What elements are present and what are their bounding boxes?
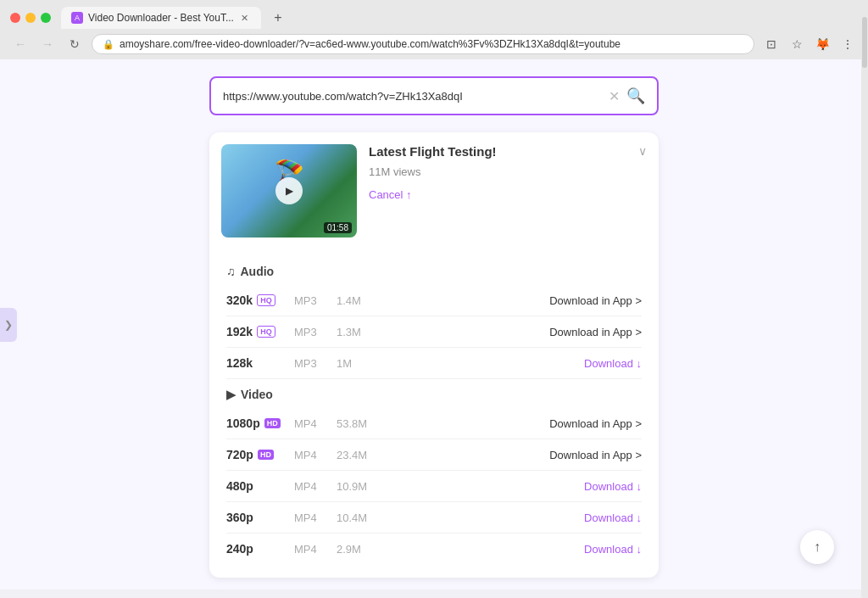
sidebar-collapse-button[interactable]: ❯ [0,308,17,342]
search-box: ✕ 🔍 [209,76,659,115]
audio-row-1: 320k HQ MP3 1.4M Download in App > [226,285,642,316]
tab-favicon: A [71,12,83,24]
audio-row-2: 192k HQ MP3 1.3M Download in App > [226,316,642,348]
scrollbar[interactable] [861,0,868,598]
download-app-button-2[interactable]: Download in App > [549,326,642,338]
video-section-header: ▶ Video [226,388,642,401]
tab-title: Video Downloader - Best YouT... [88,12,234,24]
hd-badge-2: HD [258,450,274,461]
download-app-button-3[interactable]: Download in App > [549,417,642,430]
download-app-button-1[interactable]: Download in App > [549,294,642,307]
audio-section-header: ♫ Audio [226,265,642,278]
download-direct-button-1[interactable]: Download ↓ [584,357,642,370]
quality-1080p: 1080p HD [226,416,294,430]
hq-badge: HQ [257,294,275,307]
video-thumbnail: 🪂 ▶ 01:58 [221,144,357,238]
collapse-button[interactable]: ∨ [638,144,647,158]
video-row-360p: 360p MP4 10.4M Download ↓ [226,502,642,534]
browser-chrome: A Video Downloader - Best YouT... ✕ + ← … [0,0,868,59]
video-row-1080p: 1080p HD MP4 53.8M Download in App > [226,408,642,439]
title-bar: A Video Downloader - Best YouT... ✕ + [0,0,868,29]
active-tab[interactable]: A Video Downloader - Best YouT... ✕ [61,7,261,29]
format-mp3-1: MP3 [294,294,337,307]
cancel-button[interactable]: Cancel ↑ [369,188,647,201]
traffic-lights [10,13,51,23]
video-header: 🪂 ▶ 01:58 Latest Flight Testing! 11M vie… [209,132,659,249]
format-mp4-3: MP4 [294,480,337,493]
format-mp3-3: MP3 [294,357,337,370]
back-button[interactable]: ← [10,34,31,54]
nav-icons-right: ⊡ ☆ 🦊 ⋮ [761,34,858,54]
format-mp3-2: MP3 [294,326,337,338]
quality-192k: 192k HQ [226,325,294,338]
result-card: 🪂 ▶ 01:58 Latest Flight Testing! 11M vie… [209,132,659,578]
audio-label: Audio [241,265,275,278]
video-section-icon: ▶ [226,388,236,401]
nav-bar: ← → ↻ 🔒 amoyshare.com/free-video-downloa… [0,29,868,59]
size-1-4m: 1.4M [337,294,396,307]
quality-240p: 240p [226,542,294,556]
tab-close-button[interactable]: ✕ [239,12,251,24]
format-mp4-4: MP4 [294,511,337,524]
audio-icon: ♫ [226,265,236,278]
quality-720p: 720p HD [226,448,294,461]
download-direct-button-2[interactable]: Download ↓ [584,480,642,493]
video-title: Latest Flight Testing! [369,144,647,159]
clear-button[interactable]: ✕ [609,88,620,104]
download-direct-button-3[interactable]: Download ↓ [584,511,642,524]
format-mp4-5: MP4 [294,543,337,556]
sidebar-arrow-icon: ❯ [4,319,13,331]
extensions-button[interactable]: 🦊 [812,34,832,54]
search-button[interactable]: 🔍 [626,87,645,105]
address-bar[interactable]: 🔒 amoyshare.com/free-video-downloader/?v… [92,34,754,54]
forward-button[interactable]: → [37,34,58,54]
size-1-3m: 1.3M [337,326,396,338]
video-info: Latest Flight Testing! 11M views Cancel … [369,144,647,201]
scrollbar-thumb[interactable] [862,17,867,68]
size-10-4m: 10.4M [337,511,396,524]
page-content: ❯ ✕ 🔍 🪂 ▶ 01:58 Latest Flight Testing! 1… [0,59,868,590]
quality-480p: 480p [226,479,294,493]
quality-128k: 128k [226,356,294,370]
format-mp4-2: MP4 [294,449,337,461]
audio-row-3: 128k MP3 1M Download ↓ [226,348,642,379]
url-input[interactable] [223,90,602,103]
size-1m: 1M [337,357,396,370]
size-53-8m: 53.8M [337,417,396,430]
video-duration: 01:58 [324,222,352,233]
video-row-240p: 240p MP4 2.9M Download ↓ [226,534,642,564]
size-2-9m: 2.9M [337,543,396,556]
quality-360p: 360p [226,511,294,524]
cast-button[interactable]: ⊡ [761,34,782,54]
bookmark-button[interactable]: ☆ [787,34,807,54]
play-button[interactable]: ▶ [275,177,303,204]
quality-320k: 320k HQ [226,293,294,307]
video-views: 11M views [369,165,647,178]
video-row-480p: 480p MP4 10.9M Download ↓ [226,471,642,502]
format-mp4-1: MP4 [294,417,337,430]
menu-button[interactable]: ⋮ [837,34,858,54]
download-app-button-4[interactable]: Download in App > [549,449,642,461]
video-label: Video [241,388,273,401]
hd-badge-1: HD [264,418,281,429]
refresh-button[interactable]: ↻ [64,34,85,54]
download-direct-button-4[interactable]: Download ↓ [584,543,642,556]
close-window-button[interactable] [10,13,20,23]
size-23-4m: 23.4M [337,449,396,461]
address-text: amoyshare.com/free-video-downloader/?v=a… [120,38,743,50]
lock-icon: 🔒 [103,39,114,50]
scroll-top-button[interactable]: ↑ [800,530,834,564]
maximize-window-button[interactable] [41,13,51,23]
new-tab-button[interactable]: + [268,8,288,28]
minimize-window-button[interactable] [25,13,36,23]
download-options: ♫ Audio 320k HQ MP3 1.4M Download in App… [209,249,659,578]
video-row-720p: 720p HD MP4 23.4M Download in App > [226,439,642,471]
scroll-top-icon: ↑ [814,539,821,555]
size-10-9m: 10.9M [337,480,396,493]
hq-badge-2: HQ [257,326,275,338]
